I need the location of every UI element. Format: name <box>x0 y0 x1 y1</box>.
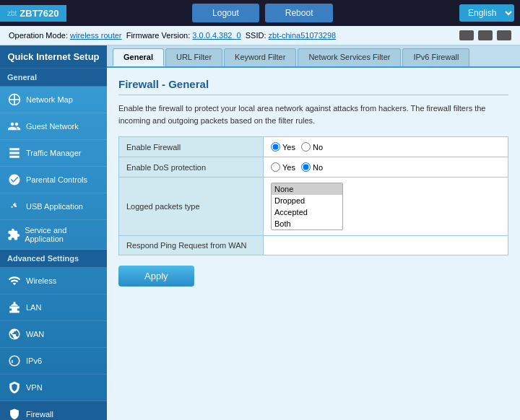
sidebar-item-label: USB Application <box>26 202 83 211</box>
content-description: Enable the firewall to protect your loca… <box>118 102 508 126</box>
enable-firewall-radio-group: Yes No <box>271 142 500 152</box>
firewall-icon <box>7 407 22 420</box>
option-none[interactable]: None <box>272 183 342 195</box>
tab-network-services-filter[interactable]: Network Services Filter <box>298 48 401 66</box>
sidebar-item-guest-network[interactable]: Guest Network <box>0 113 107 140</box>
enable-dos-yes-label[interactable]: Yes <box>271 162 295 172</box>
sidebar-item-vpn[interactable]: VPN <box>0 375 107 401</box>
option-dropped[interactable]: Dropped <box>272 195 342 206</box>
enable-firewall-yes-label[interactable]: Yes <box>271 142 295 152</box>
network-icon <box>478 30 493 40</box>
svg-text:6: 6 <box>12 359 14 364</box>
sidebar-item-usb-application[interactable]: USB Application <box>0 193 107 220</box>
enable-dos-value: Yes No <box>264 157 508 178</box>
sidebar-item-ipv6[interactable]: 6 IPv6 <box>0 348 107 375</box>
sidebar-item-label: Guest Network <box>26 122 79 131</box>
sidebar-item-label: VPN <box>26 383 43 392</box>
sidebar-item-wan[interactable]: WAN <box>0 321 107 348</box>
parental-controls-icon <box>7 172 22 187</box>
respond-ping-row: Respond Ping Request from WAN <box>119 236 508 255</box>
option-accepted[interactable]: Accepted <box>272 206 342 218</box>
enable-dos-row: Enable DoS protection Yes No <box>119 157 508 178</box>
info-icons <box>459 30 511 40</box>
sidebar-item-parental-controls[interactable]: Parental Controls <box>0 167 107 193</box>
tabs-bar: General URL Filter Keyword Filter Networ… <box>107 45 520 68</box>
usb-icon <box>7 199 22 214</box>
signal-icon <box>497 30 511 40</box>
respond-ping-label: Respond Ping Request from WAN <box>119 236 264 255</box>
ipv6-icon: 6 <box>7 354 22 368</box>
enable-dos-no-radio[interactable] <box>301 162 311 172</box>
logo-sub: zbt <box>7 9 17 17</box>
sidebar-item-label: Wireless <box>26 276 56 285</box>
enable-firewall-row: Enable Firewall Yes No <box>119 137 508 157</box>
sidebar-item-firewall[interactable]: Firewall <box>0 401 107 420</box>
logo-model: ZBT7620 <box>20 8 58 19</box>
no-label: No <box>313 163 323 172</box>
logout-button[interactable]: Logout <box>192 4 259 22</box>
yes-label: Yes <box>282 143 295 152</box>
language-dropdown[interactable]: English <box>459 4 514 22</box>
enable-firewall-yes-radio[interactable] <box>271 142 280 152</box>
page-content: Firewall - General Enable the firewall t… <box>107 68 520 297</box>
enable-firewall-value: Yes No <box>264 137 508 157</box>
enable-dos-radio-group: Yes No <box>271 162 500 172</box>
yes-label: Yes <box>282 163 295 172</box>
sidebar-item-label: Service and Application <box>25 226 100 243</box>
header-nav: Logout Reboot <box>66 4 459 22</box>
mode-label: Operation Mode: <box>9 31 68 40</box>
service-icon <box>7 227 20 242</box>
ssid-value[interactable]: zbt-china51073298 <box>269 31 337 40</box>
sidebar-advanced-section: Advanced Settings <box>0 250 107 268</box>
sidebar-item-network-map[interactable]: Network Map <box>0 87 107 113</box>
sidebar-item-traffic-manager[interactable]: Traffic Manager <box>0 140 107 167</box>
sidebar-general-section: General <box>0 69 107 87</box>
sidebar-item-label: LAN <box>26 303 41 312</box>
apply-button[interactable]: Apply <box>118 266 194 286</box>
tab-ipv6-firewall[interactable]: IPv6 Firewall <box>402 48 469 66</box>
settings-form: Enable Firewall Yes No <box>118 136 508 255</box>
language-select[interactable]: English <box>459 4 514 22</box>
ssid-label: SSID: <box>246 31 266 40</box>
enable-dos-no-label[interactable]: No <box>301 162 323 172</box>
guest-network-icon <box>7 119 22 134</box>
option-both[interactable]: Both <box>272 218 342 229</box>
sidebar-item-label: Traffic Manager <box>26 149 81 157</box>
wan-icon <box>7 327 22 341</box>
enable-firewall-label: Enable Firewall <box>119 137 264 157</box>
tab-general[interactable]: General <box>113 48 164 66</box>
quick-setup-label: Quick Internet Setup <box>7 51 99 62</box>
sidebar-item-label: Firewall <box>26 410 53 419</box>
sidebar-item-label: IPv6 <box>26 356 42 365</box>
enable-firewall-no-radio[interactable] <box>301 142 311 152</box>
page-title: Firewall - General <box>118 78 508 95</box>
logged-packets-select[interactable]: None Dropped Accepted Both <box>271 183 343 230</box>
sidebar-item-label: WAN <box>26 330 44 338</box>
mode-value[interactable]: wireless router <box>70 31 122 40</box>
logged-packets-value: None Dropped Accepted Both <box>264 178 508 236</box>
enable-firewall-no-label[interactable]: No <box>301 142 323 152</box>
respond-ping-value <box>264 236 508 255</box>
enable-dos-yes-radio[interactable] <box>271 162 280 172</box>
network-map-icon <box>7 92 22 107</box>
sidebar-item-lan[interactable]: LAN <box>0 294 107 321</box>
sidebar-item-quick-setup[interactable]: Quick Internet Setup <box>0 45 107 69</box>
header: zbt ZBT7620 Logout Reboot English <box>0 0 520 26</box>
layout: Quick Internet Setup General Network Map… <box>0 45 520 420</box>
firmware-value[interactable]: 3.0.0.4.382_0 <box>192 31 240 40</box>
sidebar-item-label: Network Map <box>26 95 73 104</box>
logo: zbt ZBT7620 <box>0 5 66 22</box>
tab-url-filter[interactable]: URL Filter <box>165 48 222 66</box>
sidebar-item-wireless[interactable]: Wireless <box>0 268 107 294</box>
firmware-label: Firmware Version: <box>126 31 191 40</box>
logged-packets-label: Logged packets type <box>119 178 264 236</box>
tab-keyword-filter[interactable]: Keyword Filter <box>224 48 296 66</box>
no-label: No <box>313 143 323 152</box>
vpn-icon <box>7 380 22 395</box>
traffic-manager-icon <box>7 146 22 160</box>
lan-icon <box>7 300 22 315</box>
sidebar-item-service-application[interactable]: Service and Application <box>0 220 107 250</box>
reboot-button[interactable]: Reboot <box>265 4 334 22</box>
logged-packets-row: Logged packets type None Dropped Accepte… <box>119 178 508 236</box>
info-bar: Operation Mode: wireless router Firmware… <box>0 26 520 45</box>
